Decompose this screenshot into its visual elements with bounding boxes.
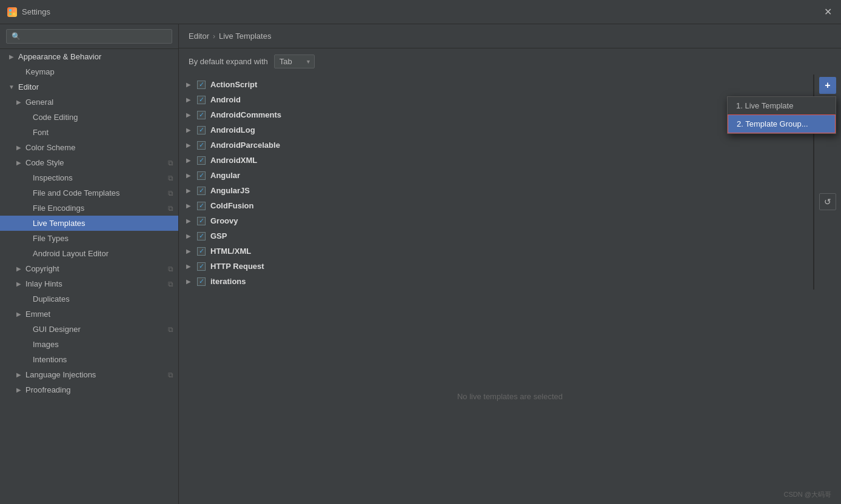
template-checkbox[interactable] <box>197 187 206 195</box>
template-item-iterations[interactable]: ▶iterations <box>179 274 813 289</box>
breadcrumb-current: Live Templates <box>219 31 271 41</box>
add-dropdown-menu: 1. Live Template 2. Template Group... <box>727 96 836 134</box>
arrow-icon: ▶ <box>15 386 23 394</box>
template-item-androidlog[interactable]: ▶AndroidLog <box>179 122 813 138</box>
copy-icon: ⧉ <box>168 265 173 273</box>
add-live-template-item[interactable]: 1. Live Template <box>728 97 836 114</box>
template-item-angular[interactable]: ▶Angular <box>179 168 813 183</box>
search-input[interactable] <box>6 29 172 44</box>
template-checkbox[interactable] <box>197 202 206 210</box>
template-item-coldfusion[interactable]: ▶ColdFusion <box>179 198 813 213</box>
sidebar-item-label: Appearance & Behavior <box>18 52 101 61</box>
expand-arrow-icon: ▶ <box>186 248 193 254</box>
sidebar-item-label: Emmet <box>25 310 50 319</box>
sidebar-item-code-style[interactable]: ▶Code Style⧉ <box>0 155 178 170</box>
sidebar-item-images[interactable]: Images <box>0 337 178 352</box>
sidebar-item-copyright[interactable]: ▶Copyright⧉ <box>0 261 178 276</box>
add-button[interactable]: + <box>819 77 836 94</box>
template-item-androidxml[interactable]: ▶AndroidXML <box>179 153 813 168</box>
sidebar-item-emmet[interactable]: ▶Emmet <box>0 307 178 322</box>
template-checkbox[interactable] <box>197 81 206 89</box>
sidebar-item-keymap[interactable]: Keymap <box>0 64 178 79</box>
sidebar-item-code-editing[interactable]: Code Editing <box>0 110 178 125</box>
template-checkbox[interactable] <box>197 111 206 119</box>
template-name: HTML/XML <box>210 247 251 256</box>
sidebar-item-android-layout-editor[interactable]: Android Layout Editor <box>0 246 178 261</box>
sidebar-item-live-templates[interactable]: Live Templates <box>0 216 178 231</box>
template-name: HTTP Request <box>210 262 264 271</box>
sidebar-item-file-encodings[interactable]: File Encodings⧉ <box>0 201 178 216</box>
sidebar-item-label: Copyright <box>25 264 59 273</box>
sidebar-item-label: GUI Designer <box>33 325 81 334</box>
sidebar-item-editor[interactable]: ▼Editor <box>0 79 178 94</box>
template-item-javascript[interactable]: ▶JavaScript <box>179 289 813 290</box>
sidebar-item-appearance[interactable]: ▶Appearance & Behavior <box>0 49 178 64</box>
expand-arrow-icon: ▶ <box>186 96 193 103</box>
reset-button[interactable]: ↺ <box>819 193 836 210</box>
expand-select-wrapper: Tab Space Enter <box>274 55 315 68</box>
template-item-angularjs[interactable]: ▶AngularJS <box>179 183 813 198</box>
arrow-icon: ▶ <box>7 53 16 61</box>
arrow-icon <box>22 113 30 122</box>
close-button[interactable]: ✕ <box>822 6 834 18</box>
sidebar-item-inspections[interactable]: Inspections⧉ <box>0 170 178 185</box>
expand-select[interactable]: Tab Space Enter <box>274 55 315 68</box>
expand-arrow-icon: ▶ <box>186 142 193 148</box>
sidebar-item-intentions[interactable]: Intentions <box>0 352 178 367</box>
template-checkbox[interactable] <box>197 96 206 104</box>
template-item-httprequest[interactable]: ▶HTTP Request <box>179 259 813 274</box>
template-checkbox[interactable] <box>197 156 206 165</box>
template-checkbox[interactable] <box>197 247 206 256</box>
sidebar-item-color-scheme[interactable]: ▶Color Scheme <box>0 140 178 155</box>
template-checkbox[interactable] <box>197 217 206 225</box>
arrow-icon <box>22 219 30 228</box>
sidebar-item-label: Images <box>33 340 59 349</box>
arrow-icon <box>22 356 30 364</box>
template-item-actionscript[interactable]: ▶ActionScript <box>179 77 813 92</box>
sidebar-item-language-injections[interactable]: ▶Language Injections⧉ <box>0 367 178 382</box>
template-checkbox[interactable] <box>197 141 206 150</box>
template-checkbox[interactable] <box>197 232 206 240</box>
expand-arrow-icon: ▶ <box>186 157 193 164</box>
template-checkbox[interactable] <box>197 262 206 271</box>
template-checkbox[interactable] <box>197 171 206 180</box>
sidebar-item-file-types[interactable]: File Types <box>0 231 178 246</box>
add-template-group-item[interactable]: 2. Template Group... <box>728 114 836 133</box>
copy-icon: ⧉ <box>168 371 173 379</box>
template-item-htmlxml[interactable]: ▶HTML/XML <box>179 244 813 259</box>
arrow-icon: ▼ <box>7 83 16 91</box>
template-item-groovy[interactable]: ▶Groovy <box>179 213 813 228</box>
template-item-android[interactable]: ▶Android <box>179 92 813 107</box>
template-name: AndroidXML <box>210 156 257 165</box>
arrow-icon <box>22 340 30 349</box>
add-button-wrapper: + 1. Live Template 2. Template Group... <box>819 77 836 94</box>
expand-arrow-icon: ▶ <box>186 217 193 224</box>
expand-arrow-icon: ▶ <box>186 278 193 285</box>
template-item-gsp[interactable]: ▶GSP <box>179 228 813 244</box>
arrow-icon: ▶ <box>15 280 23 288</box>
sidebar-item-gui-designer[interactable]: GUI Designer⧉ <box>0 322 178 337</box>
template-checkbox[interactable] <box>197 126 206 134</box>
window-title: Settings <box>22 7 50 16</box>
watermark: CSDN @大码哥 <box>784 490 831 499</box>
template-checkbox[interactable] <box>197 277 206 286</box>
sidebar-item-inlay-hints[interactable]: ▶Inlay Hints⧉ <box>0 276 178 291</box>
arrow-icon <box>15 68 23 76</box>
sidebar: ▶Appearance & BehaviorKeymap▼Editor▶Gene… <box>0 24 179 504</box>
arrow-icon <box>22 295 30 303</box>
template-item-androidparcelable[interactable]: ▶AndroidParcelable <box>179 138 813 153</box>
template-item-androidcomments[interactable]: ▶AndroidComments <box>179 107 813 122</box>
sidebar-item-proofreading[interactable]: ▶Proofreading <box>0 382 178 397</box>
sidebar-item-label: File Encodings <box>33 204 84 213</box>
template-name: iterations <box>210 277 246 286</box>
sidebar-item-font[interactable]: Font <box>0 125 178 140</box>
sidebar-item-general[interactable]: ▶General <box>0 94 178 110</box>
arrow-icon: ▶ <box>15 265 23 273</box>
template-name: AndroidComments <box>210 110 281 119</box>
sidebar-item-file-code-templates[interactable]: File and Code Templates⧉ <box>0 185 178 201</box>
sidebar-item-label: File Types <box>33 234 69 243</box>
sidebar-item-duplicates[interactable]: Duplicates <box>0 291 178 307</box>
arrow-icon <box>22 204 30 213</box>
arrow-icon <box>22 250 30 258</box>
sidebar-item-label: Code Editing <box>33 113 78 122</box>
